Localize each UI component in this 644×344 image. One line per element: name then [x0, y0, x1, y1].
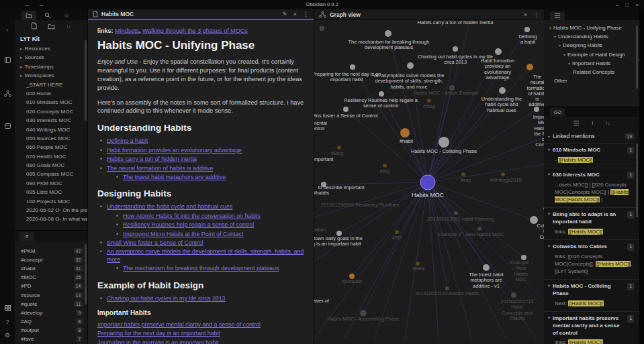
- tag-item[interactable]: #concept32: [15, 255, 87, 264]
- outline-item[interactable]: Related Concepts: [549, 69, 634, 76]
- collapse-sidebar-icon[interactable]: ‹: [0, 27, 15, 34]
- close-window-button[interactable]: ×: [635, 2, 639, 8]
- linked-mentions-header[interactable]: ▾ Linked mentions 19: [544, 129, 639, 143]
- graph-node[interactable]: [495, 48, 502, 55]
- graph-node[interactable]: [385, 30, 392, 37]
- tab-backlinks[interactable]: [550, 108, 565, 117]
- file-item[interactable]: 060 People MOC: [15, 143, 87, 152]
- note-link[interactable]: Charting out habit cycles in my life cir…: [107, 295, 226, 302]
- graph-node[interactable]: [379, 91, 384, 97]
- note-link[interactable]: An asymptotic curve models the developme…: [107, 248, 304, 262]
- calendar-icon[interactable]: [0, 122, 15, 129]
- file-item[interactable]: 070 Health MOC: [15, 152, 87, 161]
- collapse-arrow-icon[interactable]: ▾: [568, 62, 570, 66]
- help-icon[interactable]: ?: [0, 319, 15, 325]
- tag-item[interactable]: #source13: [15, 290, 87, 299]
- graph-node[interactable]: [360, 310, 367, 317]
- tab-outline[interactable]: [550, 11, 565, 20]
- linked-mention-entry[interactable]: ▾Habits MOC - Colliding Phase1Next: [[Ha…: [544, 279, 639, 311]
- graph-canvas[interactable]: ⚙ Habits carry a ton of hidden inertiaDe…: [314, 20, 544, 344]
- file-item[interactable]: 080 Goals MOC: [15, 161, 87, 170]
- note-link[interactable]: Habit formation provides an evolutionary…: [107, 147, 242, 154]
- graph-node[interactable]: [524, 27, 530, 32]
- linked-mention-entry[interactable]: ▾Important habits preserve mental clarit…: [544, 311, 639, 344]
- collapse-arrow-icon[interactable]: ▾: [548, 147, 550, 152]
- note-link[interactable]: Important habits preserve mental clarity…: [97, 321, 261, 328]
- note-top-link[interactable]: Mindsets: [115, 27, 139, 34]
- note-link[interactable]: The truest habit metaphors are additive: [123, 174, 226, 180]
- note-link[interactable]: How Atomic Habits fit into the conversat…: [123, 213, 261, 219]
- note-link[interactable]: Preparing for the next day is an importa…: [97, 330, 220, 337]
- collapse-arrow-icon[interactable]: ▾: [554, 35, 556, 39]
- file-item[interactable]: 000 Home: [15, 89, 87, 98]
- graph-node[interactable]: [449, 85, 455, 91]
- file-item[interactable]: 020 Concepts MOC: [15, 107, 87, 116]
- note-link[interactable]: Habits carry a ton of hidden inertia: [107, 156, 197, 162]
- note-link[interactable]: The mechanism for breaking through devel…: [123, 265, 279, 272]
- note-link[interactable]: Understanding the habit cycle and habitu…: [107, 203, 232, 210]
- collapse-arrow-icon[interactable]: ▾: [563, 53, 565, 57]
- graph-node[interactable]: [501, 172, 505, 176]
- collapse-arrow-icon[interactable]: ▾: [548, 243, 550, 249]
- note-tab-title[interactable]: Habits MOC: [101, 11, 134, 17]
- graph-ribbon-icon[interactable]: [0, 90, 15, 97]
- linked-mention-entry[interactable]: ▾Cobwebs into Cables1links: [[020 Concep…: [544, 239, 639, 279]
- graph-node[interactable]: [321, 182, 326, 187]
- tag-item[interactable]: #develop9: [15, 308, 87, 317]
- graph-node[interactable]: [400, 128, 410, 137]
- graph-node[interactable]: [483, 264, 490, 271]
- collapse-arrow-icon[interactable]: ▾: [559, 44, 561, 48]
- graph-node[interactable]: [521, 255, 526, 260]
- file-item[interactable]: 010 Mindsets MOC: [15, 98, 87, 107]
- new-folder-icon[interactable]: [48, 20, 55, 32]
- file-item[interactable]: 095 Lists MOC: [15, 188, 87, 196]
- graph-node[interactable]: [439, 137, 449, 148]
- linked-mention-entry[interactable]: ▾010 Mindsets MOC1- [[Habits MOC]]: [544, 143, 639, 168]
- note-link[interactable]: Resiliency Routines help regain a sense …: [123, 221, 254, 228]
- edit-note-icon[interactable]: ✎: [282, 11, 287, 17]
- note-link[interactable]: The neural formation of habits is additi…: [107, 165, 213, 172]
- vault-title[interactable]: LYT Kit: [15, 32, 87, 44]
- graph-node[interactable]: [407, 62, 414, 69]
- outline-item[interactable]: ▾Designing Habits: [549, 42, 634, 49]
- graph-node[interactable]: [499, 87, 506, 94]
- file-list-scrollbar[interactable]: [85, 40, 87, 121]
- graph-node[interactable]: [395, 230, 399, 234]
- graph-node[interactable]: [534, 107, 539, 112]
- tag-item[interactable]: #quote11: [15, 300, 87, 308]
- note-link[interactable]: Defining a habit: [107, 137, 148, 144]
- vault-switcher-icon[interactable]: [0, 304, 15, 312]
- outline-item[interactable]: ▾Habits MOC - Unifying Phase: [549, 25, 634, 32]
- collapse-arrow-icon[interactable]: ▾: [548, 315, 550, 321]
- settings-gear-icon[interactable]: ⚙: [0, 332, 15, 339]
- graph-node[interactable]: [350, 64, 355, 70]
- book-icon[interactable]: [0, 56, 15, 64]
- linked-mention-entry[interactable]: ▾030 Interests MOC1...dsets MOC]] | [[02…: [544, 168, 639, 207]
- file-item[interactable]: 050 Sources MOC: [15, 134, 87, 143]
- graph-node[interactable]: [454, 211, 458, 215]
- note-link[interactable]: Small Wins foster a Sense of Control: [107, 239, 203, 246]
- tab-search[interactable]: [40, 11, 55, 20]
- new-note-icon[interactable]: [31, 20, 37, 32]
- graph-node[interactable]: [511, 292, 516, 298]
- file-item[interactable]: _START HERE: [15, 80, 87, 89]
- minimize-button[interactable]: –: [616, 2, 618, 8]
- folder-item[interactable]: ▸Workspaces: [15, 71, 87, 80]
- graph-node[interactable]: [461, 172, 465, 176]
- graph-node[interactable]: [337, 146, 341, 150]
- tag-item[interactable]: #habit31: [15, 264, 87, 273]
- graph-menu-icon[interactable]: ⋮: [533, 11, 539, 18]
- collapse-arrow-icon[interactable]: ▾: [548, 172, 550, 177]
- graph-node[interactable]: [383, 164, 387, 168]
- maximize-button[interactable]: □: [625, 2, 629, 8]
- graph-node[interactable]: [477, 227, 481, 231]
- note-top-link[interactable]: Walking through the 3 phases of MOCs: [142, 27, 248, 34]
- tag-item[interactable]: #MOC25: [15, 273, 87, 282]
- tab-tag-pane[interactable]: #: [19, 232, 34, 241]
- tag-item[interactable]: #output8: [15, 326, 87, 335]
- close-graph-icon[interactable]: ×: [524, 11, 527, 18]
- file-item[interactable]: 030 Interests MOC: [15, 116, 87, 125]
- graph-node[interactable]: [343, 107, 349, 112]
- graph-node[interactable]: [526, 64, 533, 70]
- collapse-arrow-icon[interactable]: ▾: [548, 283, 550, 288]
